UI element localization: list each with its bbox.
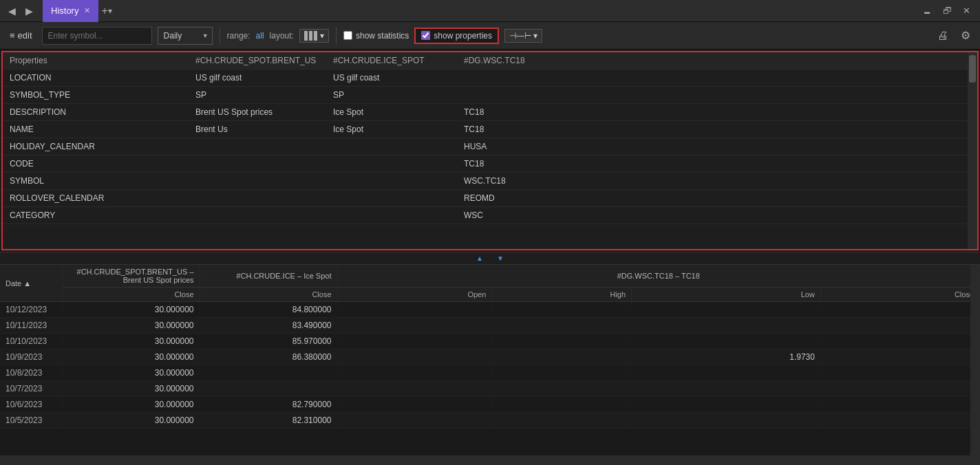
show-properties-group[interactable]: show properties	[414, 28, 499, 44]
cell-close1: 30.000000	[62, 302, 200, 318]
data-sub-close2: Close	[200, 288, 337, 302]
cell-low	[632, 413, 821, 429]
cell-low	[632, 318, 821, 334]
toolbar: ≡ edit Daily Weekly Monthly range: all l…	[0, 22, 980, 50]
data-group-sym2: #CH.CRUDE.ICE – Ice Spot	[200, 265, 337, 288]
data-sub-close3: Close	[820, 288, 979, 302]
cell-high	[492, 413, 632, 429]
cell-close1: 30.000000	[62, 381, 200, 397]
props-row: HOLIDAY_CALENDAR HUSA	[3, 138, 977, 155]
properties-scrollbar[interactable]	[968, 52, 977, 249]
props-row: CODE TC18	[3, 155, 977, 173]
cell-close3	[820, 334, 979, 349]
props-cell-sym1	[189, 190, 326, 207]
range-label: range:	[227, 31, 251, 41]
tab-arrow-button[interactable]: ▾	[108, 6, 112, 16]
cell-close2: 83.490000	[200, 318, 337, 334]
cell-close1: 30.000000	[62, 349, 200, 365]
props-cell-sym1	[189, 207, 326, 224]
restore-button[interactable]: 🗗	[939, 4, 956, 17]
props-cell-sym3: HUSA	[457, 138, 977, 155]
cell-close2: 85.970000	[200, 334, 337, 349]
cell-date: 10/10/2023	[0, 334, 62, 349]
table-row: 10/12/2023 30.000000 84.800000	[0, 302, 980, 318]
properties-table: Properties #CH.CRUDE_SPOT.BRENT_US #CH.C…	[3, 52, 977, 224]
scrollbar-thumb	[969, 55, 976, 83]
props-col-header-3: #DG.WSC.TC18	[457, 52, 977, 69]
cell-low: 1.9730	[632, 349, 821, 365]
cell-low	[632, 334, 821, 349]
data-group-header-row: Date ▲ #CH.CRUDE_SPOT.BRENT_US – Brent U…	[0, 265, 980, 288]
print-button[interactable]: 🖨	[933, 28, 952, 43]
edit-button[interactable]: ≡ edit	[6, 28, 36, 43]
scroll-arrows: ▲ ▼	[0, 252, 980, 265]
props-cell-sym2	[326, 155, 457, 173]
forward-button[interactable]: ▶	[23, 4, 36, 18]
show-statistics-checkbox[interactable]	[343, 31, 352, 40]
settings-button[interactable]: ⚙	[957, 28, 974, 43]
props-cell-sym1: SP	[189, 87, 326, 104]
tab-add-button[interactable]: +	[101, 5, 107, 17]
cell-close3	[820, 318, 979, 334]
props-cell-sym3	[457, 87, 977, 104]
props-cell-sym2	[326, 207, 457, 224]
scroll-up-arrow[interactable]: ▲	[476, 255, 483, 262]
cell-close2: 82.310000	[200, 413, 337, 429]
props-cell-sym1: Brent Us	[189, 121, 326, 138]
props-header-row: Properties #CH.CRUDE_SPOT.BRENT_US #CH.C…	[3, 52, 977, 69]
layout-button[interactable]: ▾	[299, 29, 329, 43]
data-scrollbar-h[interactable]	[0, 455, 970, 465]
data-sub-low: Low	[632, 288, 821, 302]
props-cell-name: DESCRIPTION	[3, 104, 189, 121]
cell-date: 10/7/2023	[0, 381, 62, 397]
range-all-link[interactable]: all	[256, 31, 264, 41]
tab-close-button[interactable]: ✕	[84, 6, 90, 15]
cell-close2: 82.790000	[200, 397, 337, 413]
cell-high	[492, 365, 632, 381]
table-row: 10/9/2023 30.000000 86.380000 1.9730	[0, 349, 980, 365]
cell-open	[337, 334, 492, 349]
show-properties-label: show properties	[434, 31, 492, 41]
period-select[interactable]: Daily Weekly Monthly	[158, 27, 213, 45]
props-row: DESCRIPTION Brent US Spot prices Ice Spo…	[3, 104, 977, 121]
show-statistics-group[interactable]: show statistics	[343, 31, 409, 41]
cell-high	[492, 334, 632, 349]
fit-button[interactable]: ⊣—⊢ ▾	[504, 29, 542, 43]
layout-arrow: ▾	[320, 31, 324, 41]
cell-open	[337, 318, 492, 334]
data-scrollbar-v[interactable]	[970, 265, 980, 465]
cell-low	[632, 302, 821, 318]
data-group-sym3: #DG.WSC.TC18 – TC18	[337, 265, 980, 288]
cell-high	[492, 381, 632, 397]
data-sub-open: Open	[337, 288, 492, 302]
props-cell-sym2: US gilf coast	[326, 69, 457, 87]
cell-date: 10/8/2023	[0, 365, 62, 381]
edit-icon: ≡	[10, 30, 15, 41]
props-row: LOCATION US gilf coast US gilf coast	[3, 69, 977, 87]
cell-open	[337, 302, 492, 318]
titlebar-nav: ◀ ▶	[6, 4, 36, 18]
cell-high	[492, 349, 632, 365]
props-col-header-0: Properties	[3, 52, 189, 69]
scroll-down-arrow[interactable]: ▼	[497, 255, 504, 262]
cell-open	[337, 413, 492, 429]
close-button[interactable]: ✕	[959, 4, 974, 17]
fit-arrow: ▾	[533, 31, 537, 41]
show-properties-checkbox[interactable]	[421, 31, 430, 40]
cell-close2	[200, 381, 337, 397]
data-table: Date ▲ #CH.CRUDE_SPOT.BRENT_US – Brent U…	[0, 265, 980, 429]
history-tab[interactable]: History ✕	[43, 0, 98, 22]
back-button[interactable]: ◀	[6, 4, 19, 18]
props-cell-sym2	[326, 138, 457, 155]
cell-close3	[820, 381, 979, 397]
table-row: 10/11/2023 30.000000 83.490000	[0, 318, 980, 334]
main-content: Properties #CH.CRUDE_SPOT.BRENT_US #CH.C…	[0, 50, 980, 465]
minimize-button[interactable]: 🗕	[919, 4, 936, 17]
cell-date: 10/5/2023	[0, 413, 62, 429]
props-cell-sym3: TC18	[457, 121, 977, 138]
cell-date: 10/12/2023	[0, 302, 62, 318]
cell-low	[632, 397, 821, 413]
symbol-input[interactable]	[42, 27, 152, 45]
props-col-header-1: #CH.CRUDE_SPOT.BRENT_US	[189, 52, 326, 69]
props-cell-sym1	[189, 138, 326, 155]
